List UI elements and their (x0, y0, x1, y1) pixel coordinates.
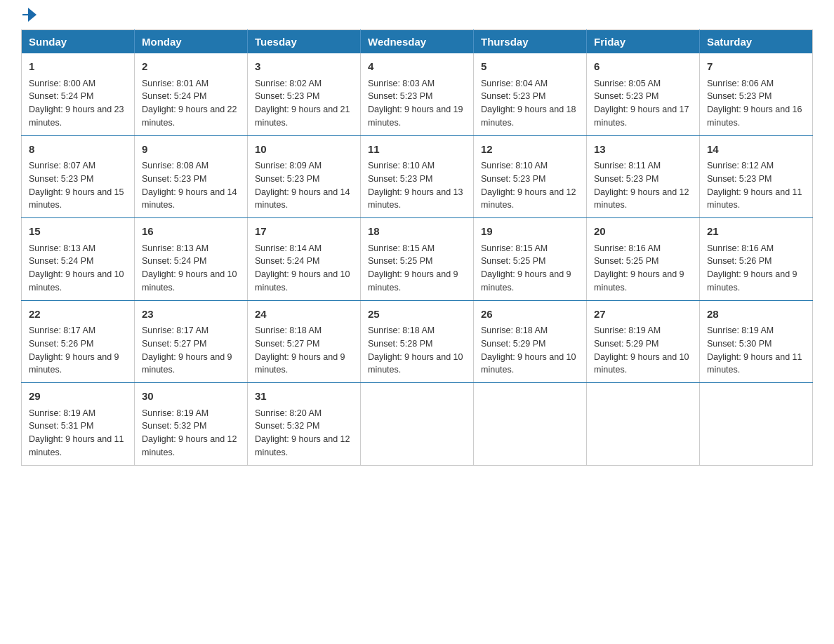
day-number: 15 (29, 224, 127, 240)
day-number: 20 (594, 224, 692, 240)
day-number: 25 (368, 307, 466, 323)
col-header-monday: Monday (135, 30, 248, 54)
calendar-week-row: 29Sunrise: 8:19 AMSunset: 5:31 PMDayligh… (22, 383, 813, 466)
calendar-week-row: 8Sunrise: 8:07 AMSunset: 5:23 PMDaylight… (22, 135, 813, 218)
day-number: 9 (142, 142, 240, 158)
calendar-cell: 26Sunrise: 8:18 AMSunset: 5:29 PMDayligh… (474, 300, 587, 383)
calendar-cell: 9Sunrise: 8:08 AMSunset: 5:23 PMDaylight… (135, 135, 248, 218)
day-number: 21 (707, 224, 805, 240)
calendar-table: SundayMondayTuesdayWednesdayThursdayFrid… (21, 29, 813, 466)
day-number: 8 (29, 142, 127, 158)
calendar-cell: 29Sunrise: 8:19 AMSunset: 5:31 PMDayligh… (22, 383, 135, 466)
calendar-cell (474, 383, 587, 466)
calendar-header-row: SundayMondayTuesdayWednesdayThursdayFrid… (22, 30, 813, 54)
day-number: 29 (29, 389, 127, 405)
logo (21, 14, 28, 17)
calendar-cell: 28Sunrise: 8:19 AMSunset: 5:30 PMDayligh… (700, 300, 813, 383)
calendar-cell: 31Sunrise: 8:20 AMSunset: 5:32 PMDayligh… (248, 383, 361, 466)
calendar-cell (361, 383, 474, 466)
day-number: 19 (481, 224, 579, 240)
calendar-cell: 18Sunrise: 8:15 AMSunset: 5:25 PMDayligh… (361, 218, 474, 301)
calendar-cell: 21Sunrise: 8:16 AMSunset: 5:26 PMDayligh… (700, 218, 813, 301)
calendar-cell: 16Sunrise: 8:13 AMSunset: 5:24 PMDayligh… (135, 218, 248, 301)
calendar-cell (700, 383, 813, 466)
day-number: 1 (29, 59, 127, 75)
logo-blue-box (22, 14, 28, 15)
day-number: 17 (255, 224, 353, 240)
col-header-friday: Friday (587, 30, 700, 54)
calendar-cell: 20Sunrise: 8:16 AMSunset: 5:25 PMDayligh… (587, 218, 700, 301)
day-number: 28 (707, 307, 805, 323)
calendar-week-row: 1Sunrise: 8:00 AMSunset: 5:24 PMDaylight… (22, 53, 813, 135)
calendar-cell: 7Sunrise: 8:06 AMSunset: 5:23 PMDaylight… (700, 53, 813, 135)
day-number: 6 (594, 59, 692, 75)
calendar-cell: 4Sunrise: 8:03 AMSunset: 5:23 PMDaylight… (361, 53, 474, 135)
calendar-cell: 27Sunrise: 8:19 AMSunset: 5:29 PMDayligh… (587, 300, 700, 383)
calendar-cell (587, 383, 700, 466)
day-number: 24 (255, 307, 353, 323)
calendar-cell: 1Sunrise: 8:00 AMSunset: 5:24 PMDaylight… (22, 53, 135, 135)
calendar-cell: 13Sunrise: 8:11 AMSunset: 5:23 PMDayligh… (587, 135, 700, 218)
day-number: 18 (368, 224, 466, 240)
day-number: 2 (142, 59, 240, 75)
col-header-saturday: Saturday (700, 30, 813, 54)
calendar-cell: 24Sunrise: 8:18 AMSunset: 5:27 PMDayligh… (248, 300, 361, 383)
calendar-cell: 15Sunrise: 8:13 AMSunset: 5:24 PMDayligh… (22, 218, 135, 301)
col-header-thursday: Thursday (474, 30, 587, 54)
day-number: 5 (481, 59, 579, 75)
calendar-cell: 14Sunrise: 8:12 AMSunset: 5:23 PMDayligh… (700, 135, 813, 218)
calendar-cell: 19Sunrise: 8:15 AMSunset: 5:25 PMDayligh… (474, 218, 587, 301)
calendar-week-row: 15Sunrise: 8:13 AMSunset: 5:24 PMDayligh… (22, 218, 813, 301)
day-number: 10 (255, 142, 353, 158)
day-number: 12 (481, 142, 579, 158)
day-number: 14 (707, 142, 805, 158)
day-number: 7 (707, 59, 805, 75)
day-number: 13 (594, 142, 692, 158)
calendar-cell: 17Sunrise: 8:14 AMSunset: 5:24 PMDayligh… (248, 218, 361, 301)
day-number: 11 (368, 142, 466, 158)
day-number: 22 (29, 307, 127, 323)
col-header-sunday: Sunday (22, 30, 135, 54)
day-number: 30 (142, 389, 240, 405)
calendar-week-row: 22Sunrise: 8:17 AMSunset: 5:26 PMDayligh… (22, 300, 813, 383)
calendar-cell: 5Sunrise: 8:04 AMSunset: 5:23 PMDaylight… (474, 53, 587, 135)
calendar-cell: 25Sunrise: 8:18 AMSunset: 5:28 PMDayligh… (361, 300, 474, 383)
day-number: 4 (368, 59, 466, 75)
day-number: 3 (255, 59, 353, 75)
calendar-cell: 30Sunrise: 8:19 AMSunset: 5:32 PMDayligh… (135, 383, 248, 466)
day-number: 27 (594, 307, 692, 323)
calendar-cell: 11Sunrise: 8:10 AMSunset: 5:23 PMDayligh… (361, 135, 474, 218)
page-header (21, 14, 813, 17)
calendar-cell: 6Sunrise: 8:05 AMSunset: 5:23 PMDaylight… (587, 53, 700, 135)
day-number: 31 (255, 389, 353, 405)
calendar-cell: 12Sunrise: 8:10 AMSunset: 5:23 PMDayligh… (474, 135, 587, 218)
calendar-cell: 23Sunrise: 8:17 AMSunset: 5:27 PMDayligh… (135, 300, 248, 383)
calendar-cell: 22Sunrise: 8:17 AMSunset: 5:26 PMDayligh… (22, 300, 135, 383)
col-header-wednesday: Wednesday (361, 30, 474, 54)
day-number: 23 (142, 307, 240, 323)
calendar-cell: 3Sunrise: 8:02 AMSunset: 5:23 PMDaylight… (248, 53, 361, 135)
day-number: 16 (142, 224, 240, 240)
calendar-cell: 10Sunrise: 8:09 AMSunset: 5:23 PMDayligh… (248, 135, 361, 218)
day-number: 26 (481, 307, 579, 323)
calendar-cell: 2Sunrise: 8:01 AMSunset: 5:24 PMDaylight… (135, 53, 248, 135)
calendar-cell: 8Sunrise: 8:07 AMSunset: 5:23 PMDaylight… (22, 135, 135, 218)
col-header-tuesday: Tuesday (248, 30, 361, 54)
